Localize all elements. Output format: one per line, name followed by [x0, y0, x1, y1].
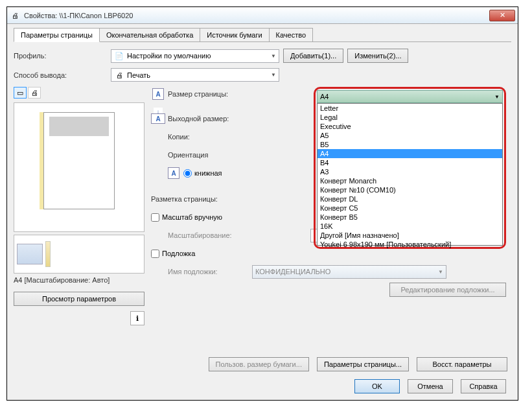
output-select[interactable]: 🖨 Печать ▼	[111, 68, 279, 82]
ok-button[interactable]: OK	[354, 379, 400, 393]
preview-mode-page[interactable]: ▭	[14, 87, 27, 99]
manual-scale-check[interactable]: Масштаб вручную	[151, 213, 222, 222]
output-value: Печать	[127, 71, 150, 79]
pagesize-option[interactable]: Executive	[318, 122, 502, 131]
page-preview	[43, 112, 115, 209]
orient-label: Ориентация	[168, 151, 265, 159]
portrait-radio[interactable]: книжная	[183, 169, 222, 178]
portrait-a-icon: A	[168, 167, 179, 179]
info-icon-button[interactable]: ℹ	[130, 311, 145, 325]
pagesize-option[interactable]: Legal	[318, 113, 502, 122]
watermark-select: КОНФИДЕНЦИАЛЬНО ▼	[252, 265, 446, 279]
pagesize-option[interactable]: Конверт Monarch	[318, 176, 502, 185]
preview-caption: A4 [Масштабирование: Авто]	[14, 274, 145, 286]
copies-label: Копии:	[168, 133, 265, 141]
restore-defaults-button[interactable]: Восст. параметры	[417, 357, 507, 371]
help-button[interactable]: Справка	[461, 379, 506, 393]
stack-preview	[14, 235, 145, 274]
profile-icon: 📄	[114, 51, 124, 61]
pagesize-option[interactable]: Конверт B5	[318, 213, 502, 222]
pagesize-option[interactable]: Letter	[318, 104, 502, 113]
pagesize-option[interactable]: Конверт DL	[318, 194, 502, 204]
pagesize-option[interactable]: A4	[318, 149, 502, 158]
pagesize-combo[interactable]: A4 ▼	[317, 90, 503, 103]
chevron-down-icon: ▼	[494, 94, 500, 100]
preview-pane	[14, 102, 145, 232]
chevron-down-icon: ▼	[271, 72, 276, 78]
pagesize-option[interactable]: Youkei 6 98x190 мм [Пользовательский]	[318, 240, 502, 249]
printer-icon: 🖨	[10, 10, 20, 21]
tab-source[interactable]: Источник бумаги	[200, 28, 269, 41]
view-params-button[interactable]: Просмотр параметров	[14, 292, 145, 306]
chevron-down-icon: ▼	[438, 269, 443, 275]
pagesize-option[interactable]: B5	[318, 140, 502, 149]
profile-select[interactable]: 📄 Настройки по умолчанию ▼	[111, 49, 279, 63]
outsize-label: Выходной размер:	[168, 115, 265, 123]
tabstrip: Параметры страницы Окончательная обработ…	[14, 28, 511, 42]
layout-label: Разметка страницы:	[151, 195, 248, 203]
profile-value: Настройки по умолчанию	[127, 52, 211, 60]
output-a-icon: A	[151, 113, 165, 124]
pagesize-option[interactable]: A5	[318, 131, 502, 140]
add-profile-button[interactable]: Добавить(1)...	[283, 49, 343, 63]
output-label: Способ вывода:	[14, 71, 111, 79]
page-a-icon: A	[152, 88, 164, 100]
custom-size-button[interactable]: Пользов. размер бумаги...	[209, 357, 309, 371]
ruler-icon	[45, 241, 51, 267]
pagesize-option[interactable]: Другой [Имя назначено]	[318, 231, 502, 240]
watermark-name-label: Имя подложки:	[168, 268, 252, 275]
profile-label: Профиль:	[14, 52, 111, 60]
pagesize-option[interactable]: B4	[318, 158, 502, 167]
window-title: Свойства: \\1-ПК\Canon LBP6020	[24, 12, 489, 19]
cancel-button[interactable]: Отмена	[408, 379, 453, 393]
pagesize-option[interactable]: Конверт C5	[318, 204, 502, 213]
print-icon: 🖨	[114, 70, 124, 80]
tab-quality[interactable]: Качество	[269, 28, 314, 41]
close-button[interactable]: ✕	[489, 10, 515, 21]
stack-icon	[17, 244, 43, 264]
edit-profile-button[interactable]: Изменить(2)...	[347, 49, 408, 63]
pagesize-listbox[interactable]: LetterLegalExecutiveA5B5A4B4A3Конверт Mo…	[317, 103, 503, 246]
tab-page-setup[interactable]: Параметры страницы	[14, 28, 100, 42]
scale-label: Масштабирование:	[168, 231, 252, 239]
pagesize-option[interactable]: Конверт №10 (COM10)	[318, 185, 502, 194]
pagesize-label: Размер страницы:	[168, 90, 265, 98]
page-params-button[interactable]: Параметры страницы...	[317, 357, 409, 371]
chevron-down-icon: ▼	[271, 53, 276, 59]
pagesize-dropdown: A4 ▼ LetterLegalExecutiveA5B5A4B4A3Конве…	[314, 87, 506, 249]
tab-finishing[interactable]: Окончательная обработка	[99, 28, 200, 41]
pagesize-option[interactable]: 16K	[318, 222, 502, 231]
edit-watermark-button: Редактирование подложки...	[389, 283, 506, 297]
preview-mode-printer[interactable]: 🖨	[28, 87, 41, 99]
watermark-check[interactable]: Подложка	[151, 250, 195, 258]
pagesize-option[interactable]: A3	[318, 167, 502, 176]
